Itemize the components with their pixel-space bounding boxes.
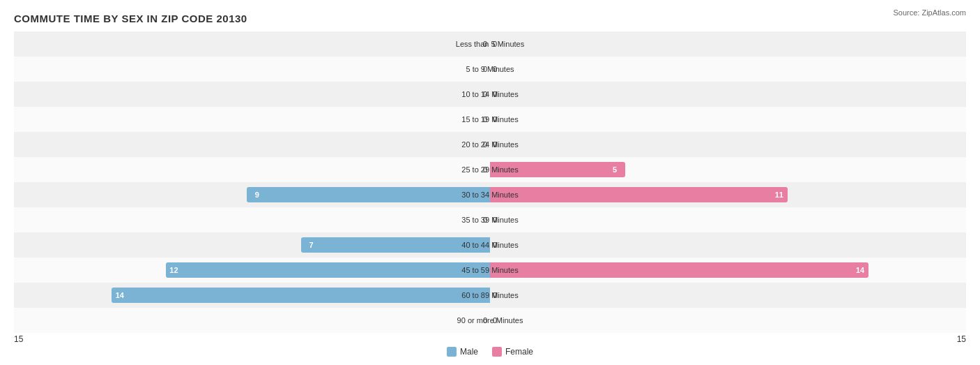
row-right: 0 xyxy=(490,107,966,132)
row-left: 0 xyxy=(14,82,490,107)
row-label: Less than 5 Minutes xyxy=(456,40,524,48)
axis-left-value: 15 xyxy=(14,334,23,344)
chart-row: 05 to 9 Minutes0 xyxy=(14,57,966,82)
chart-container: COMMUTE TIME BY SEX IN ZIP CODE 20130 So… xyxy=(0,0,980,365)
chart-row: 930 to 34 Minutes11 xyxy=(14,182,966,207)
row-right: 0 xyxy=(490,82,966,107)
row-left: 14 xyxy=(14,283,490,308)
chart-row: 025 to 29 Minutes5 xyxy=(14,157,966,182)
chart-row: 1245 to 59 Minutes14 xyxy=(14,258,966,283)
female-bar xyxy=(490,262,868,278)
row-left: 0 xyxy=(14,31,490,57)
row-left: 9 xyxy=(14,182,490,207)
male-bar xyxy=(112,288,490,303)
chart-row: 010 to 14 Minutes0 xyxy=(14,82,966,107)
row-right: 0 xyxy=(490,31,966,57)
female-value: 0 xyxy=(493,65,497,73)
row-label: 35 to 39 Minutes xyxy=(461,216,518,224)
chart-row: 1460 to 89 Minutes0 xyxy=(14,283,966,308)
row-label: 90 or more Minutes xyxy=(457,316,523,325)
row-left: 0 xyxy=(14,107,490,132)
row-label: 30 to 34 Minutes xyxy=(461,191,518,199)
female-value: 0 xyxy=(493,216,497,224)
female-value: 0 xyxy=(493,115,497,124)
legend-male-label: Male xyxy=(460,347,478,357)
female-value: 0 xyxy=(493,40,497,48)
legend-male: Male xyxy=(447,347,478,357)
chart-row: 035 to 39 Minutes0 xyxy=(14,207,966,232)
row-left: 0 xyxy=(14,132,490,157)
female-value: 14 xyxy=(856,266,864,274)
chart-row: 740 to 44 Minutes0 xyxy=(14,232,966,258)
chart-row: 0Less than 5 Minutes0 xyxy=(14,31,966,57)
chart-row: 015 to 19 Minutes0 xyxy=(14,107,966,132)
row-right: 0 xyxy=(490,57,966,82)
row-right: 0 xyxy=(490,132,966,157)
row-label: 5 to 9 Minutes xyxy=(466,65,514,73)
female-value: 0 xyxy=(493,316,497,325)
row-right: 0 xyxy=(490,232,966,258)
row-right: 0 xyxy=(490,308,966,333)
female-value: 0 xyxy=(493,90,497,98)
row-label: 45 to 59 Minutes xyxy=(461,266,518,274)
chart-area: 0Less than 5 Minutes005 to 9 Minutes0010… xyxy=(14,31,966,333)
male-bar xyxy=(247,187,490,202)
female-bar xyxy=(490,187,788,202)
male-value: 12 xyxy=(169,266,178,274)
source-label: Source: ZipAtlas.com xyxy=(893,8,966,17)
row-right: 11 xyxy=(490,182,966,207)
legend-female-label: Female xyxy=(505,347,533,357)
row-left: 7 xyxy=(14,232,490,258)
female-value: 0 xyxy=(493,291,497,299)
row-left: 0 xyxy=(14,207,490,232)
female-value: 5 xyxy=(613,165,617,174)
female-value: 0 xyxy=(493,140,497,149)
male-value: 9 xyxy=(255,191,259,199)
male-bar xyxy=(166,262,490,278)
row-label: 40 to 44 Minutes xyxy=(461,241,518,249)
row-right: 14 xyxy=(490,258,966,283)
row-right: 0 xyxy=(490,283,966,308)
chart-row: 020 to 24 Minutes0 xyxy=(14,132,966,157)
row-label: 20 to 24 Minutes xyxy=(461,140,518,149)
male-value: 14 xyxy=(116,291,124,299)
axis-right-value: 15 xyxy=(957,334,966,344)
chart-title: COMMUTE TIME BY SEX IN ZIP CODE 20130 xyxy=(14,13,966,24)
legend-male-box xyxy=(447,347,457,357)
female-value: 0 xyxy=(493,241,497,249)
female-value: 11 xyxy=(775,191,783,199)
male-value: 7 xyxy=(309,241,313,249)
row-right: 5 xyxy=(490,157,966,182)
row-left: 12 xyxy=(14,258,490,283)
legend-female: Female xyxy=(492,347,533,357)
legend-female-box xyxy=(492,347,502,357)
row-label: 15 to 19 Minutes xyxy=(461,115,518,124)
row-left: 0 xyxy=(14,308,490,333)
row-left: 0 xyxy=(14,157,490,182)
row-label: 60 to 89 Minutes xyxy=(461,291,518,299)
row-right: 0 xyxy=(490,207,966,232)
row-left: 0 xyxy=(14,57,490,82)
chart-row: 090 or more Minutes0 xyxy=(14,308,966,333)
row-label: 25 to 29 Minutes xyxy=(461,165,518,174)
chart-legend: Male Female xyxy=(447,347,533,357)
row-label: 10 to 14 Minutes xyxy=(461,90,518,98)
